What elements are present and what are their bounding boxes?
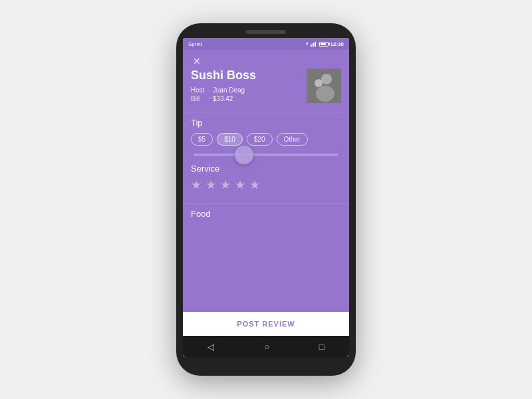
phone-device: Sprint ▾ 12:30 ✕ Sushi Bos bbox=[176, 23, 356, 376]
phone-screen: Sprint ▾ 12:30 ✕ Sushi Bos bbox=[183, 38, 349, 357]
tip-btn-5[interactable]: $5 bbox=[191, 133, 213, 146]
header-area: ✕ Sushi Boss Host · Juan Deag Bill · $33… bbox=[183, 50, 349, 106]
service-label: Service bbox=[191, 164, 341, 174]
host-value: Juan Deag bbox=[213, 86, 245, 94]
tip-section: Tip $5 $10 $20 Other bbox=[183, 118, 349, 164]
bill-label: Bill bbox=[191, 95, 208, 102]
back-button[interactable]: ◁ bbox=[207, 342, 214, 352]
tip-slider[interactable] bbox=[191, 154, 341, 156]
post-review-text: POST REVIEW bbox=[237, 320, 295, 328]
slider-thumb[interactable] bbox=[235, 146, 253, 164]
tip-btn-10[interactable]: $10 bbox=[217, 133, 243, 146]
restaurant-photo bbox=[307, 68, 341, 103]
status-right: ▾ 12:30 bbox=[306, 41, 344, 47]
phone-speaker bbox=[246, 30, 286, 34]
svg-point-2 bbox=[321, 74, 332, 84]
restaurant-info: Sushi Boss Host · Juan Deag Bill · $33.4… bbox=[191, 68, 307, 104]
recent-button[interactable]: □ bbox=[319, 342, 325, 352]
nav-bar: ◁ ○ □ bbox=[183, 336, 349, 357]
restaurant-name: Sushi Boss bbox=[191, 68, 307, 82]
star-5[interactable]: ★ bbox=[249, 178, 260, 192]
food-label: Food bbox=[183, 209, 349, 219]
divider-mid bbox=[183, 203, 349, 203]
star-2[interactable]: ★ bbox=[205, 178, 216, 192]
bill-dot: · bbox=[208, 95, 210, 102]
close-button[interactable]: ✕ bbox=[191, 55, 203, 67]
tip-label: Tip bbox=[191, 118, 341, 128]
restaurant-row: Sushi Boss Host · Juan Deag Bill · $33.4… bbox=[191, 68, 341, 104]
carrier-label: Sprint bbox=[188, 41, 202, 47]
home-button[interactable]: ○ bbox=[264, 342, 269, 352]
time-label: 12:30 bbox=[331, 41, 344, 47]
star-3[interactable]: ★ bbox=[220, 178, 231, 192]
service-section: Service ★ ★ ★ ★ ★ bbox=[183, 164, 349, 198]
slider-track bbox=[194, 154, 338, 156]
tip-buttons-row: $5 $10 $20 Other bbox=[191, 133, 341, 146]
app-content: ✕ Sushi Boss Host · Juan Deag Bill · $33… bbox=[183, 50, 349, 336]
star-1[interactable]: ★ bbox=[191, 178, 201, 192]
wifi-icon: ▾ bbox=[306, 41, 309, 47]
status-bar: Sprint ▾ 12:30 bbox=[183, 38, 349, 50]
svg-point-4 bbox=[315, 79, 323, 87]
battery-icon bbox=[319, 42, 329, 47]
service-stars: ★ ★ ★ ★ ★ bbox=[191, 178, 341, 192]
star-4[interactable]: ★ bbox=[235, 178, 245, 192]
host-label: Host bbox=[191, 86, 208, 94]
bill-value: $33.42 bbox=[213, 95, 233, 102]
tip-btn-other[interactable]: Other bbox=[277, 133, 308, 146]
bill-row: Bill · $33.42 bbox=[191, 95, 307, 102]
host-row: Host · Juan Deag bbox=[191, 86, 307, 94]
divider-top bbox=[183, 112, 349, 112]
host-dot: · bbox=[208, 86, 210, 94]
svg-point-3 bbox=[316, 86, 334, 102]
post-review-bar[interactable]: POST REVIEW bbox=[183, 312, 349, 336]
signal-icon bbox=[311, 41, 317, 47]
tip-btn-20[interactable]: $20 bbox=[247, 133, 273, 146]
